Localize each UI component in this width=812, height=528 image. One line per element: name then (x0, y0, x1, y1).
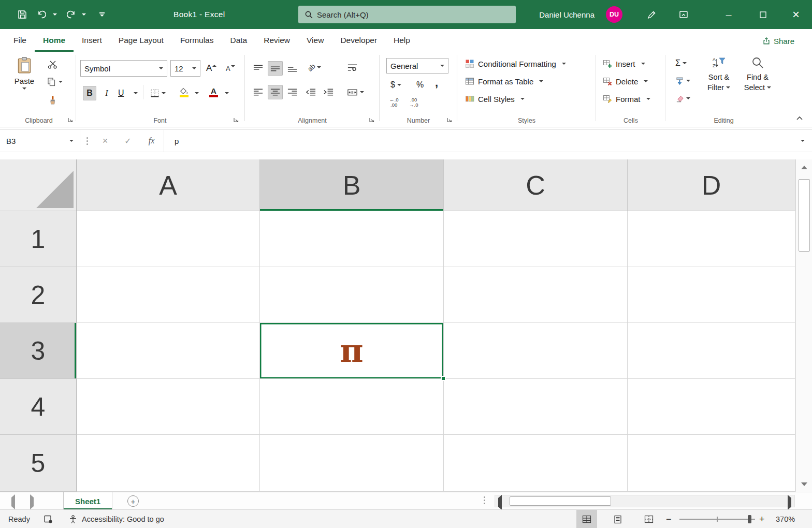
row-header-3[interactable]: 3 (0, 323, 77, 379)
decrease-decimal-button[interactable]: .00 →.0 (407, 95, 420, 110)
tab-developer[interactable]: Developer (332, 29, 385, 52)
tab-splitter-handle[interactable] (484, 496, 485, 504)
tab-formulas[interactable]: Formulas (172, 29, 222, 52)
macro-record-button[interactable] (44, 510, 53, 528)
zoom-out-button[interactable]: − (666, 510, 672, 528)
cell-a5[interactable] (77, 435, 260, 492)
redo-button[interactable] (63, 0, 79, 29)
scroll-down-button[interactable] (796, 476, 812, 492)
insert-cells-button[interactable]: Insert (603, 56, 645, 71)
share-button[interactable]: Share (756, 33, 801, 49)
font-dialog-launcher[interactable] (233, 117, 239, 123)
formula-bar-sizer[interactable] (80, 130, 94, 152)
increase-font-size-button[interactable]: A (204, 61, 219, 76)
cell-d1[interactable] (628, 211, 795, 267)
format-painter-button[interactable] (46, 93, 60, 108)
font-size-combo[interactable]: 12 (170, 60, 200, 77)
accessibility-status[interactable]: Accessibility: Good to go (68, 510, 164, 528)
inking-button[interactable] (641, 0, 662, 29)
cell-a3[interactable] (77, 323, 260, 379)
enter-entry-button[interactable]: ✓ (117, 130, 139, 152)
save-button[interactable] (15, 0, 30, 29)
fill-color-dropdown[interactable] (191, 86, 201, 100)
bold-button[interactable]: B (83, 86, 96, 100)
decrease-indent-button[interactable] (303, 85, 318, 99)
tab-view[interactable]: View (298, 29, 332, 52)
comma-style-button[interactable]: , (433, 76, 440, 90)
increase-indent-button[interactable] (321, 85, 336, 99)
formula-input[interactable]: p (164, 130, 791, 152)
avatar[interactable]: DU (606, 6, 622, 23)
cell-d4[interactable] (628, 379, 795, 435)
scroll-left-button[interactable] (498, 498, 502, 507)
fill-color-button[interactable] (177, 85, 191, 99)
expand-formula-bar-button[interactable] (791, 130, 812, 152)
row-header-2[interactable]: 2 (0, 267, 77, 323)
scroll-right-button[interactable] (788, 498, 791, 507)
vertical-scrollbar[interactable] (795, 159, 812, 492)
font-color-button[interactable]: A (207, 85, 220, 99)
top-align-button[interactable] (251, 61, 266, 76)
row-header-4[interactable]: 4 (0, 379, 77, 435)
italic-button[interactable]: I (100, 86, 113, 100)
cell-styles-button[interactable]: Cell Styles (465, 91, 525, 107)
tab-file[interactable]: File (5, 29, 35, 52)
row-header-1[interactable]: 1 (0, 211, 77, 267)
zoom-in-button[interactable]: + (759, 510, 765, 528)
cell-c3[interactable] (444, 323, 628, 379)
clipboard-dialog-launcher[interactable] (67, 117, 74, 123)
font-name-combo[interactable]: Symbol (80, 60, 167, 77)
orientation-button[interactable]: ab (306, 60, 323, 75)
find-select-button[interactable]: Find & Select (740, 56, 776, 93)
align-left-button[interactable] (251, 85, 266, 99)
alignment-dialog-launcher[interactable] (369, 117, 375, 123)
name-box[interactable]: B3 (0, 130, 80, 152)
accounting-format-button[interactable]: $ (388, 78, 403, 92)
user-name[interactable]: Daniel Uchenna (539, 0, 594, 29)
horizontal-scrollbar[interactable] (495, 495, 795, 507)
fill-button[interactable] (673, 74, 692, 88)
decrease-font-size-button[interactable]: A (224, 61, 237, 76)
ribbon-display-options-button[interactable] (673, 0, 694, 29)
tab-home[interactable]: Home (35, 29, 74, 52)
column-header-d[interactable]: D (628, 159, 795, 211)
tab-insert[interactable]: Insert (74, 29, 110, 52)
column-header-b[interactable]: B (260, 159, 444, 211)
minimize-button[interactable]: ─ (717, 0, 741, 29)
insert-function-button[interactable]: fx (139, 130, 164, 152)
previous-sheet-button[interactable] (11, 497, 15, 507)
zoom-level[interactable]: 370% (776, 510, 795, 528)
cell-d5[interactable] (628, 435, 795, 492)
cancel-entry-button[interactable]: × (94, 130, 117, 152)
cell-c4[interactable] (444, 379, 628, 435)
tab-review[interactable]: Review (255, 29, 298, 52)
center-button[interactable] (268, 85, 283, 99)
middle-align-button[interactable] (268, 61, 283, 76)
conditional-formatting-button[interactable]: Conditional Formatting (465, 56, 566, 71)
percent-style-button[interactable]: % (414, 78, 426, 92)
redo-dropdown[interactable] (80, 0, 88, 29)
search-box[interactable]: Search (Alt+Q) (298, 6, 516, 23)
customize-quick-access-button[interactable] (95, 0, 109, 29)
select-all-button[interactable] (0, 159, 77, 211)
undo-button[interactable] (34, 0, 50, 29)
delete-cells-button[interactable]: Delete (603, 74, 648, 89)
cell-a1[interactable] (77, 211, 260, 267)
underline-button[interactable]: U (116, 86, 126, 100)
cell-d3[interactable] (628, 323, 795, 379)
merge-center-button[interactable] (345, 85, 366, 99)
view-page-break-button[interactable] (639, 510, 659, 528)
new-sheet-button[interactable]: + (127, 495, 139, 507)
cut-button[interactable] (46, 57, 60, 71)
maximize-button[interactable] (751, 0, 775, 29)
sort-filter-button[interactable]: A Z Sort & Filter (700, 56, 737, 93)
column-header-a[interactable]: A (77, 159, 260, 211)
increase-decimal-button[interactable]: ←.0 .00 (387, 95, 400, 110)
horizontal-scroll-thumb[interactable] (510, 496, 611, 506)
zoom-slider[interactable] (679, 519, 755, 520)
cell-c5[interactable] (444, 435, 628, 492)
sheet-tab-sheet1[interactable]: Sheet1 (63, 492, 112, 510)
underline-dropdown[interactable] (129, 86, 140, 100)
tab-data[interactable]: Data (222, 29, 255, 52)
scroll-up-button[interactable] (796, 159, 812, 175)
